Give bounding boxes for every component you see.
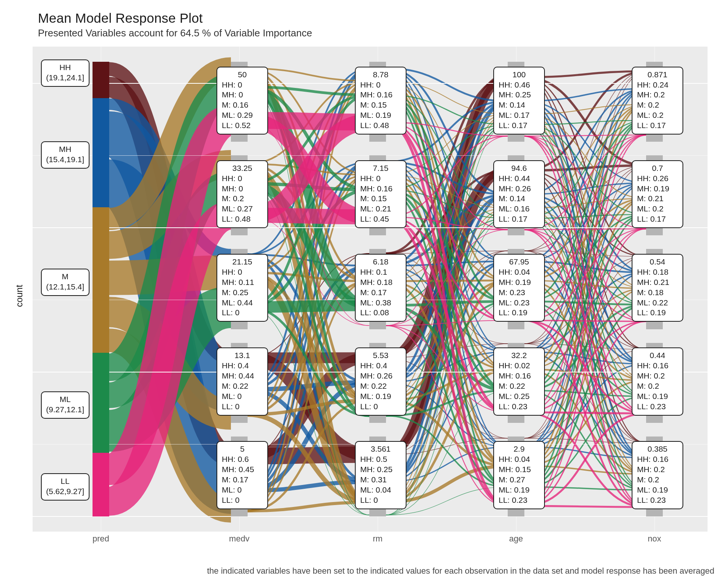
- x-tick: nox: [648, 534, 661, 544]
- pred-segment-m: [93, 207, 109, 353]
- pred-segment-hh: [93, 62, 109, 98]
- medv-card: 13.1HH: 0.4MH: 0.44M: 0.22ML: 0LL: 0: [217, 347, 268, 415]
- x-tick: pred: [93, 534, 109, 544]
- age-card: 100HH: 0.46MH: 0.25M: 0.14ML: 0.17LL: 0.…: [493, 67, 545, 135]
- rm-card: 5.53HH: 0.4MH: 0.26M: 0.22ML: 0.19LL: 0: [355, 347, 406, 415]
- plot-caption: the indicated variables have been set to…: [207, 566, 714, 576]
- medv-card: 21.15HH: 0MH: 0.11M: 0.25ML: 0.44LL: 0: [217, 254, 268, 322]
- age-card: 32.2HH: 0.02MH: 0.16M: 0.22ML: 0.25LL: 0…: [493, 347, 545, 415]
- rm-card: 3.561HH: 0.5MH: 0.25M: 0.31ML: 0.04LL: 0: [355, 441, 406, 509]
- age-card: 67.95HH: 0.04MH: 0.19M: 0.23ML: 0.23LL: …: [493, 254, 545, 322]
- nox-card: 0.871HH: 0.24MH: 0.2M: 0.2ML: 0.2LL: 0.1…: [632, 67, 683, 135]
- nox-card: 0.7HH: 0.26MH: 0.19M: 0.21ML: 0.2LL: 0.1…: [632, 160, 683, 228]
- medv-card: 5HH: 0.6MH: 0.45M: 0.17ML: 0LL: 0: [217, 441, 268, 509]
- medv-card: 33.25HH: 0MH: 0M: 0.2ML: 0.27LL: 0.48: [217, 160, 268, 228]
- pred-card-hh: HH(19.1,24.1]: [41, 59, 89, 87]
- pred-card-mh: MH(15.4,19.1]: [41, 141, 89, 169]
- rm-card: 6.18HH: 0.1MH: 0.18M: 0.17ML: 0.38LL: 0.…: [355, 254, 406, 322]
- nox-card: 0.44HH: 0.16MH: 0.2M: 0.2ML: 0.19LL: 0.2…: [632, 347, 683, 415]
- page-subtitle: Presented Variables account for 64.5 % o…: [38, 27, 713, 39]
- x-tick: age: [509, 534, 523, 544]
- rm-card: 8.78HH: 0MH: 0.16M: 0.15ML: 0.19LL: 0.48: [355, 67, 406, 135]
- medv-card: 50HH: 0MH: 0M: 0.16ML: 0.29LL: 0.52: [217, 67, 268, 135]
- nox-card: 0.385HH: 0.16MH: 0.2M: 0.2ML: 0.19LL: 0.…: [632, 441, 683, 509]
- pred-card-ll: LL(5.62,9.27]: [41, 473, 89, 501]
- pred-segment-ll: [93, 453, 109, 516]
- pred-card-m: M(12.1,15.4]: [41, 269, 89, 296]
- rm-card: 7.15HH: 0MH: 0.16M: 0.15ML: 0.21LL: 0.45: [355, 160, 406, 228]
- age-card: 2.9HH: 0.04MH: 0.15M: 0.27ML: 0.19LL: 0.…: [493, 441, 545, 509]
- x-tick: rm: [373, 534, 383, 544]
- pred-card-ml: ML(9.27,12.1]: [41, 391, 89, 419]
- age-card: 94.6HH: 0.44MH: 0.26M: 0.14ML: 0.16LL: 0…: [493, 160, 545, 228]
- x-axis-ticks: predmedvrmagenox: [33, 532, 708, 545]
- page-title: Mean Model Response Plot: [38, 11, 713, 26]
- x-tick: medv: [229, 534, 249, 544]
- nox-card: 0.54HH: 0.18MH: 0.21M: 0.18ML: 0.22LL: 0…: [632, 254, 683, 322]
- pred-segment-mh: [93, 98, 109, 207]
- y-axis-label: count: [14, 285, 25, 307]
- plot-panel: 0200400600HH(19.1,24.1]MH(15.4,19.1]M(12…: [33, 47, 708, 532]
- pred-segment-ml: [93, 353, 109, 453]
